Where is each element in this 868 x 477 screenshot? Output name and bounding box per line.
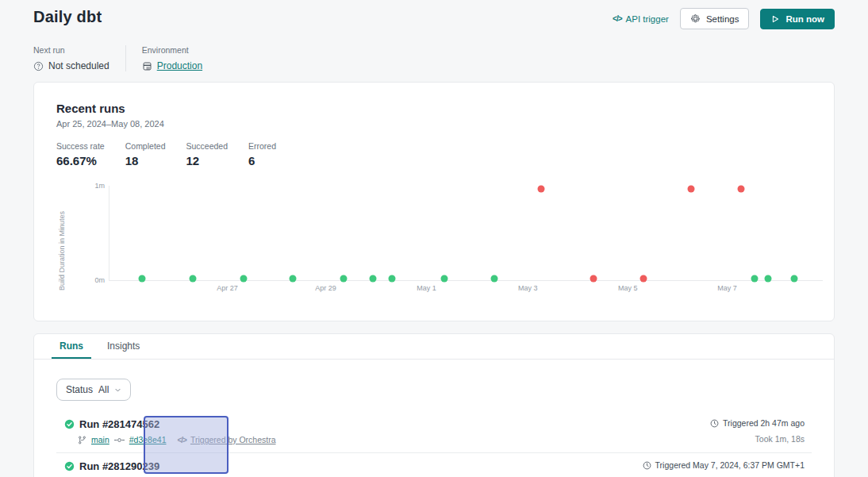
stat-errored: Errored 6 <box>248 141 286 167</box>
stat-label: Succeeded <box>186 141 228 151</box>
run-triggered-time: Triggered May 7, 2024, 6:37 PM GMT+1 <box>643 460 805 470</box>
status-filter-value: All <box>98 384 109 395</box>
chart-x-axis: Apr 27Apr 29May 1May 3May 5May 7 <box>109 281 823 294</box>
stat-success-rate: Success rate 66.67% <box>56 141 105 167</box>
run-left: Run #281290239 main #d3e8e41 <box>64 460 276 477</box>
run-titleline: Run #281290239 <box>64 460 276 472</box>
run-left: Run #281474562 main #d3e8e41 <box>64 418 276 444</box>
runs-list: Run #281474562 main #d3e8e41 <box>56 411 812 477</box>
api-trigger-link[interactable]: </> API trigger <box>613 14 669 24</box>
next-run-value-row: Not scheduled <box>33 60 109 71</box>
environment-database-icon <box>142 61 152 71</box>
run-row-281290239: Run #281290239 main #d3e8e41 <box>56 453 812 477</box>
chart-x-tick: Apr 29 <box>315 284 336 292</box>
success-check-icon <box>64 461 75 471</box>
tab-bar: Runs Insights <box>34 334 834 360</box>
chart-x-tick: May 3 <box>518 284 538 292</box>
stat-label: Success rate <box>56 141 105 151</box>
run-took: Took 1m, 18s <box>710 434 805 444</box>
environment-value-row: Production <box>142 60 202 71</box>
build-duration-chart: Build Duration in Minutes 1m 0m Apr 27Ap… <box>56 184 823 303</box>
header-actions: </> API trigger Settings Run now <box>613 8 835 29</box>
run-meta: main #d3e8e41 </> Triggered by Orchestra <box>64 435 276 444</box>
recent-runs-date-range: Apr 25, 2024–May 08, 2024 <box>56 119 812 129</box>
trigger-source-link[interactable]: Triggered by Orchestra <box>190 435 276 444</box>
run-now-button[interactable]: Run now <box>760 9 835 29</box>
recent-runs-title: Recent runs <box>56 102 812 115</box>
help-circle-icon <box>33 61 44 71</box>
triggered-text: Triggered May 7, 2024, 6:37 PM GMT+1 <box>655 460 805 470</box>
next-run-block: Next run Not scheduled <box>33 45 109 71</box>
chart-x-tick: Apr 27 <box>217 284 238 292</box>
run-row-281474562: Run #281474562 main #d3e8e41 <box>56 411 812 453</box>
run-triggered-time: Triggered 2h 47m ago <box>710 418 805 428</box>
chart-x-tick: May 5 <box>618 284 638 292</box>
page-header: Daily dbt </> API trigger Settings Run n… <box>0 0 868 29</box>
recent-runs-card: Recent runs Apr 25, 2024–May 08, 2024 Su… <box>33 82 835 321</box>
settings-button[interactable]: Settings <box>680 8 750 29</box>
job-meta-row: Next run Not scheduled Environment Produ… <box>0 29 868 71</box>
run-titleline: Run #281474562 <box>64 418 276 430</box>
code-icon: </> <box>177 436 186 444</box>
stat-label: Errored <box>248 141 286 151</box>
stat-label: Completed <box>125 141 166 151</box>
stats-row: Success rate 66.67% Completed 18 Succeed… <box>56 141 812 167</box>
stat-succeeded: Succeeded 12 <box>186 141 228 167</box>
chevron-down-icon <box>114 387 121 394</box>
commit-link[interactable]: #d3e8e41 <box>129 435 167 444</box>
stat-value: 6 <box>248 154 286 167</box>
chart-point[interactable] <box>537 185 544 192</box>
chart-plot: 1m 0m <box>109 186 823 281</box>
clock-icon <box>710 419 719 428</box>
api-trigger-label: API trigger <box>626 14 669 24</box>
runs-body: Status All Run #281474562 <box>34 360 834 477</box>
chart-x-tick: May 7 <box>717 284 737 292</box>
chart-x-tick: May 1 <box>417 284 436 292</box>
branch-link[interactable]: main <box>91 435 109 444</box>
environment-label: Environment <box>142 45 202 55</box>
git-commit-icon <box>114 437 125 444</box>
run-right: Triggered 2h 47m ago Took 1m, 18s <box>710 418 812 444</box>
stat-value: 66.67% <box>56 154 105 167</box>
status-filter-dropdown[interactable]: Status All <box>56 379 131 401</box>
next-run-label: Next run <box>33 45 109 55</box>
run-title-link[interactable]: Run #281290239 <box>79 460 159 472</box>
gear-icon <box>690 13 701 24</box>
environment-block: Environment Production <box>142 45 202 71</box>
chart-point[interactable] <box>737 185 744 192</box>
success-check-icon <box>64 419 75 429</box>
stat-completed: Completed 18 <box>125 141 166 167</box>
trigger-source-chip: </> Triggered by Orchestra <box>177 435 275 444</box>
settings-label: Settings <box>706 14 739 24</box>
chart-point[interactable] <box>687 185 694 192</box>
run-now-label: Run now <box>785 14 824 24</box>
environment-link[interactable]: Production <box>157 60 202 71</box>
job-page: Daily dbt </> API trigger Settings Run n… <box>0 0 868 477</box>
tab-runs[interactable]: Runs <box>52 334 91 359</box>
chart-y-axis-label: Build Duration in Minutes <box>58 195 66 290</box>
stat-value: 12 <box>186 154 228 167</box>
git-branch-icon <box>78 436 86 444</box>
run-title-link[interactable]: Run #281474562 <box>79 418 159 430</box>
play-icon <box>770 14 780 24</box>
status-filter-label: Status <box>66 384 93 395</box>
page-title: Daily dbt <box>33 8 102 26</box>
tab-insights[interactable]: Insights <box>99 334 148 359</box>
chart-y-tick-0m: 0m <box>94 276 105 284</box>
clock-icon <box>643 461 651 470</box>
chart-y-tick-1m: 1m <box>94 182 105 190</box>
stat-value: 18 <box>125 154 166 167</box>
run-right: Triggered May 7, 2024, 6:37 PM GMT+1 Too… <box>643 460 812 477</box>
code-icon: </> <box>613 14 621 23</box>
runs-card: Runs Insights Status All <box>33 333 835 477</box>
meta-divider <box>125 45 126 71</box>
next-run-value: Not scheduled <box>48 60 109 71</box>
triggered-text: Triggered 2h 47m ago <box>723 418 805 428</box>
